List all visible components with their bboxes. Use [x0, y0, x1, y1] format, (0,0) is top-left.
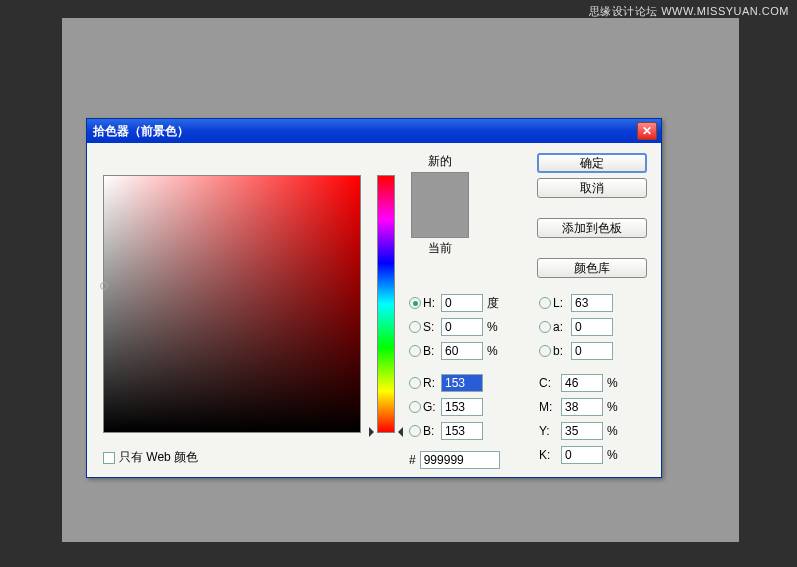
dialog-title: 拾色器（前景色）	[93, 123, 637, 140]
color-libraries-button[interactable]: 颜色库	[537, 258, 647, 278]
hex-prefix: #	[409, 453, 416, 467]
unit-k: %	[607, 448, 625, 462]
input-c[interactable]	[561, 374, 603, 392]
new-color-label: 新的	[407, 153, 472, 170]
current-color-label: 当前	[407, 240, 472, 257]
input-s[interactable]	[441, 318, 483, 336]
radio-b-rgb[interactable]	[409, 425, 421, 437]
input-b-hsb[interactable]	[441, 342, 483, 360]
input-a[interactable]	[571, 318, 613, 336]
titlebar[interactable]: 拾色器（前景色） ✕	[87, 119, 661, 143]
dialog-buttons: 确定 取消 添加到色板 颜色库	[537, 153, 647, 278]
label-c: C:	[539, 376, 561, 390]
label-a: a:	[553, 320, 571, 334]
label-r: R:	[423, 376, 441, 390]
unit-h: 度	[487, 295, 505, 312]
label-y: Y:	[539, 424, 561, 438]
unit-m: %	[607, 400, 625, 414]
radio-l[interactable]	[539, 297, 551, 309]
close-button[interactable]: ✕	[637, 122, 657, 140]
dialog-content: 新的 当前 确定 取消 添加到色板 颜色库 H: 度	[87, 143, 661, 477]
radio-s[interactable]	[409, 321, 421, 333]
unit-b-hsb: %	[487, 344, 505, 358]
radio-h[interactable]	[409, 297, 421, 309]
color-swatch[interactable]	[411, 172, 469, 238]
close-icon: ✕	[642, 124, 652, 138]
input-k[interactable]	[561, 446, 603, 464]
hue-slider-thumb[interactable]	[371, 427, 401, 437]
ok-button[interactable]: 确定	[537, 153, 647, 173]
unit-y: %	[607, 424, 625, 438]
label-b-lab: b:	[553, 344, 571, 358]
label-b-hsb: B:	[423, 344, 441, 358]
unit-c: %	[607, 376, 625, 390]
saturation-brightness-field[interactable]	[103, 175, 361, 433]
add-to-swatches-button[interactable]: 添加到色板	[537, 218, 647, 238]
radio-b-lab[interactable]	[539, 345, 551, 357]
hue-slider[interactable]	[377, 175, 395, 433]
radio-r[interactable]	[409, 377, 421, 389]
sb-picker-indicator	[100, 282, 108, 290]
input-m[interactable]	[561, 398, 603, 416]
color-value-fields: H: 度 L: S: %	[409, 291, 659, 467]
input-b-rgb[interactable]	[441, 422, 483, 440]
input-h[interactable]	[441, 294, 483, 312]
color-picker-dialog: 拾色器（前景色） ✕ 新的 当前 确定 取消 添加到色板 颜	[86, 118, 662, 478]
input-hex[interactable]	[420, 451, 500, 469]
unit-s: %	[487, 320, 505, 334]
hex-row: #	[409, 451, 500, 469]
label-m: M:	[539, 400, 561, 414]
radio-b-hsb[interactable]	[409, 345, 421, 357]
input-r[interactable]	[441, 374, 483, 392]
watermark-text: 思缘设计论坛 WWW.MISSYUAN.COM	[589, 4, 789, 19]
label-g: G:	[423, 400, 441, 414]
label-k: K:	[539, 448, 561, 462]
label-l: L:	[553, 296, 571, 310]
label-b-rgb: B:	[423, 424, 441, 438]
input-y[interactable]	[561, 422, 603, 440]
color-swatch-block: 新的 当前	[407, 153, 472, 257]
radio-g[interactable]	[409, 401, 421, 413]
checkbox-web-only[interactable]	[103, 452, 115, 464]
input-g[interactable]	[441, 398, 483, 416]
label-h: H:	[423, 296, 441, 310]
radio-a[interactable]	[539, 321, 551, 333]
app-frame: 思缘设计论坛 WWW.MISSYUAN.COM 拾色器（前景色） ✕ 新的 当前…	[0, 0, 797, 567]
input-l[interactable]	[571, 294, 613, 312]
input-b-lab[interactable]	[571, 342, 613, 360]
web-colors-only[interactable]: 只有 Web 颜色	[103, 449, 198, 466]
web-only-label: 只有 Web 颜色	[119, 449, 198, 466]
label-s: S:	[423, 320, 441, 334]
cancel-button[interactable]: 取消	[537, 178, 647, 198]
